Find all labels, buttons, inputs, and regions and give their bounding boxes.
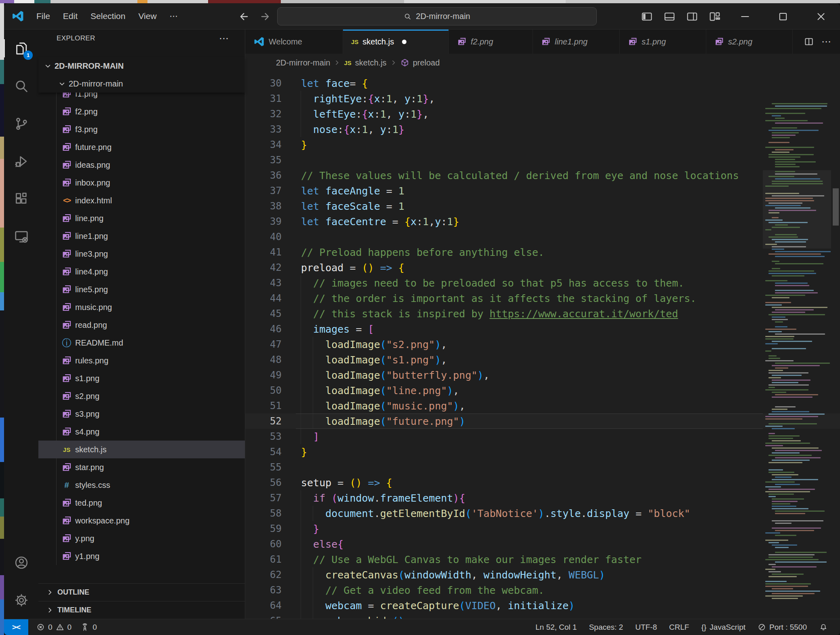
code-line-39[interactable]: 39let faceCentre = {x:1,y:1} xyxy=(245,214,840,229)
modified-dot-icon[interactable] xyxy=(402,40,406,44)
menu-file[interactable]: File xyxy=(30,8,57,24)
code-line-36[interactable]: 36// These values will be calculated / d… xyxy=(245,168,840,183)
customize-layout-icon[interactable] xyxy=(703,3,726,30)
code-line-34[interactable]: 34} xyxy=(245,137,840,152)
problems-errors[interactable]: 0 xyxy=(36,623,53,632)
code-line-30[interactable]: 30let face= { xyxy=(245,76,840,91)
eol-sequence[interactable]: CRLF xyxy=(669,623,689,632)
file-row-sketch.js[interactable]: JSsketch.js xyxy=(38,441,245,458)
code-line-37[interactable]: 37let faceAngle = 1 xyxy=(245,183,840,198)
toggle-panel-icon[interactable] xyxy=(658,3,681,30)
code-line-59[interactable]: 59 } xyxy=(245,521,840,536)
nav-back-icon[interactable] xyxy=(238,3,250,30)
file-row-s1.png[interactable]: s1.png xyxy=(38,369,245,387)
remote-indicator[interactable]: >< xyxy=(4,619,28,635)
code-line-53[interactable]: 53 ] xyxy=(245,429,840,444)
file-row-rules.png[interactable]: rules.png xyxy=(38,352,245,369)
file-row-future.png[interactable]: future.png xyxy=(38,138,245,156)
file-row-line.png[interactable]: line.png xyxy=(38,209,245,227)
tab-s1.png[interactable]: s1.png xyxy=(620,30,706,54)
file-row-ted.png[interactable]: ted.png xyxy=(38,494,245,512)
file-row-README.md[interactable]: ⓘREADME.md xyxy=(38,334,245,352)
folder-row[interactable]: 2D-mirror-main xyxy=(38,75,245,93)
breadcrumb-item[interactable]: 2D-mirror-main xyxy=(276,58,330,68)
file-row-f2.png[interactable]: f2.png xyxy=(38,103,245,120)
code-line-35[interactable]: 35 xyxy=(245,152,840,168)
code-line-61[interactable]: 61 // Use a WebGL Canvas to make our ima… xyxy=(245,552,840,567)
file-row-y1.png[interactable]: y1.png xyxy=(38,547,245,565)
breadcrumb-item[interactable]: sketch.js xyxy=(355,58,387,68)
tab-line1.png[interactable]: line1.png xyxy=(533,30,620,54)
editor-more-actions-icon[interactable]: ⋯ xyxy=(821,36,831,47)
notifications-bell[interactable] xyxy=(819,623,828,632)
outline-section[interactable]: OUTLINE xyxy=(38,583,245,601)
indentation[interactable]: Spaces: 2 xyxy=(589,623,623,632)
code-line-32[interactable]: 32 leftEye:{x:1, y:1}, xyxy=(245,106,840,122)
command-center-search[interactable]: 2D-mirror-main xyxy=(277,7,597,25)
code-line-38[interactable]: 38let faceScale = 1 xyxy=(245,198,840,214)
code-line-65[interactable]: 65 webcam.hide() xyxy=(245,613,840,619)
code-line-31[interactable]: 31 rightEye:{x:1, y:1}, xyxy=(245,91,840,106)
file-row-star.png[interactable]: star.png xyxy=(38,458,245,476)
ports-forwarded[interactable]: 0 xyxy=(80,623,97,632)
activity-explorer[interactable]: 1 xyxy=(4,30,38,67)
file-row-index.html[interactable]: <>index.html xyxy=(38,192,245,209)
code-line-45[interactable]: 45 // this stack is inspired by https://… xyxy=(245,306,840,321)
activity-extensions[interactable] xyxy=(4,180,38,217)
code-line-46[interactable]: 46 images = [ xyxy=(245,321,840,337)
file-row-inbox.png[interactable]: inbox.png xyxy=(38,174,245,192)
tab-Welcome[interactable]: Welcome xyxy=(245,30,343,54)
code-line-63[interactable]: 63 // Get a video feed from the webcam. xyxy=(245,582,840,598)
tab-sketch.js[interactable]: JSsketch.js xyxy=(343,30,449,54)
code-line-56[interactable]: 56setup = () => { xyxy=(245,475,840,490)
minimize-button[interactable] xyxy=(726,3,764,30)
workspace-root-row[interactable]: 2D-MIRROR-MAIN xyxy=(38,57,245,75)
code-line-40[interactable]: 40 xyxy=(245,229,840,245)
file-row-s2.png[interactable]: s2.png xyxy=(38,387,245,405)
file-row-styles.css[interactable]: #styles.css xyxy=(38,476,245,494)
file-row-f3.png[interactable]: f3.png xyxy=(38,120,245,138)
toggle-primary-sidebar-icon[interactable] xyxy=(636,3,658,30)
activity-settings[interactable] xyxy=(4,581,38,619)
code-line-43[interactable]: 43 // images need to be preloaded so tha… xyxy=(245,275,840,291)
file-row-workspace.png[interactable]: workspace.png xyxy=(38,512,245,530)
file-row-y.png[interactable]: y.png xyxy=(38,530,245,547)
minimap[interactable] xyxy=(763,72,831,619)
code-line-41[interactable]: 41// Preload happens before anything els… xyxy=(245,245,840,260)
file-row-line5.png[interactable]: line5.png xyxy=(38,281,245,298)
code-line-57[interactable]: 57 if (window.frameElement){ xyxy=(245,490,840,506)
code-line-51[interactable]: 51 loadImage("music.png"), xyxy=(245,398,840,413)
activity-source-control[interactable] xyxy=(4,105,38,142)
live-server-port[interactable]: Port : 5500 xyxy=(758,623,807,632)
tab-f2.png[interactable]: f2.png xyxy=(449,30,533,54)
code-line-33[interactable]: 33 nose:{x:1, y:1} xyxy=(245,122,840,137)
code-line-54[interactable]: 54} xyxy=(245,444,840,460)
code-line-50[interactable]: 50 loadImage("line.png"), xyxy=(245,383,840,398)
explorer-more-actions-icon[interactable]: ⋯ xyxy=(219,30,229,47)
menu-selection[interactable]: Selection xyxy=(84,8,132,24)
code-line-42[interactable]: 42preload = () => { xyxy=(245,260,840,275)
activity-search[interactable] xyxy=(4,67,38,105)
toggle-secondary-sidebar-icon[interactable] xyxy=(681,3,703,30)
menu-view[interactable]: View xyxy=(132,8,163,24)
code-line-52[interactable]: 52 loadImage("future.png") xyxy=(245,413,840,429)
file-row-line3.png[interactable]: line3.png xyxy=(38,245,245,263)
problems-warnings[interactable]: 0 xyxy=(56,623,72,632)
file-row-read.png[interactable]: read.png xyxy=(38,316,245,334)
code-line-60[interactable]: 60 else{ xyxy=(245,536,840,552)
code-editor[interactable]: 30let face= {31 rightEye:{x:1, y:1},32 l… xyxy=(245,72,840,619)
menu-overflow[interactable]: ⋯ xyxy=(163,8,185,24)
code-line-62[interactable]: 62 createCanvas(windowWidth, windowHeigh… xyxy=(245,567,840,582)
code-line-58[interactable]: 58 document.getElementById('TabNotice').… xyxy=(245,506,840,521)
timeline-section[interactable]: TIMELINE xyxy=(38,601,245,619)
tab-s2.png[interactable]: s2.png xyxy=(706,30,793,54)
file-row-music.png[interactable]: music.png xyxy=(38,298,245,316)
activity-run-debug[interactable] xyxy=(4,142,38,180)
code-line-64[interactable]: 64 webcam = createCapture(VIDEO, initial… xyxy=(245,598,840,613)
maximize-button[interactable] xyxy=(764,3,802,30)
code-line-44[interactable]: 44 // the order is important as it affec… xyxy=(245,291,840,306)
activity-remote-explorer[interactable] xyxy=(4,217,38,255)
file-row-line4.png[interactable]: line4.png xyxy=(38,263,245,281)
code-line-47[interactable]: 47 loadImage("s2.png"), xyxy=(245,337,840,352)
activity-accounts[interactable] xyxy=(4,544,38,581)
